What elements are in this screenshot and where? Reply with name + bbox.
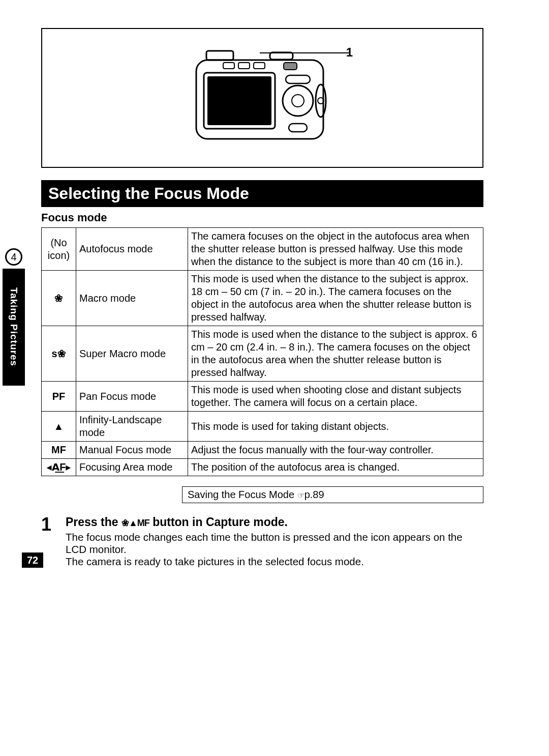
table-row: (No icon)Autofocus modeThe camera focuse… — [42, 228, 483, 271]
focus-mode-icon: ❀ — [42, 271, 76, 326]
focus-mode-table: (No icon)Autofocus modeThe camera focuse… — [41, 227, 483, 476]
focus-mode-desc: This mode is used when shooting close an… — [188, 382, 483, 412]
focus-mode-icon: ▲ — [42, 412, 76, 442]
focus-mode-name: Pan Focus mode — [76, 382, 188, 412]
reference-page: p.89 — [304, 489, 324, 500]
table-row: ▲Infinity-Landscape modeThis mode is use… — [42, 412, 483, 442]
step-title-post: button in Capture mode. — [149, 515, 288, 529]
svg-rect-4 — [238, 63, 250, 69]
focus-mode-icon: MF — [42, 442, 76, 459]
table-row: ◂A͟F▸Focusing Area modeThe position of t… — [42, 459, 483, 476]
svg-rect-11 — [289, 124, 307, 132]
svg-point-9 — [292, 95, 304, 107]
focus-mode-icon: ◂A͟F▸ — [42, 459, 76, 476]
table-row: s❀Super Macro modeThis mode is used when… — [42, 326, 483, 382]
focus-mode-name: Manual Focus mode — [76, 442, 188, 459]
page-number: 72 — [22, 553, 43, 568]
step-title: Press the ❀▲MF button in Capture mode. — [66, 515, 483, 529]
focus-mode-desc: This mode is used when the distance to t… — [188, 326, 483, 382]
svg-rect-14 — [284, 63, 297, 70]
table-row: ❀Macro modeThis mode is used when the di… — [42, 271, 483, 326]
focus-mode-desc: This mode is used for taking distant obj… — [188, 412, 483, 442]
svg-rect-10 — [286, 75, 310, 83]
reference-text: Saving the Focus Mode — [188, 489, 297, 500]
step-body: Press the ❀▲MF button in Capture mode. T… — [66, 515, 483, 568]
svg-rect-6 — [206, 51, 233, 60]
diagram-callout-1: 1 — [346, 45, 353, 60]
focus-mode-desc: Adjust the focus manually with the four-… — [188, 442, 483, 459]
chapter-label: Taking Pictures — [8, 287, 19, 366]
focus-mode-name: Autofocus mode — [76, 228, 188, 271]
focus-mode-desc: The position of the autofocus area is ch… — [188, 459, 483, 476]
focus-mode-desc: This mode is used when the distance to t… — [188, 271, 483, 326]
focus-mode-desc: The camera focuses on the object in the … — [188, 228, 483, 271]
focus-mode-icon: s❀ — [42, 326, 76, 382]
focus-mode-name: Super Macro mode — [76, 326, 188, 382]
reference-hand-icon: ☞ — [297, 491, 304, 500]
table-row: MFManual Focus modeAdjust the focus manu… — [42, 442, 483, 459]
focus-mode-name: Focusing Area mode — [76, 459, 188, 476]
focus-mode-name: Macro mode — [76, 271, 188, 326]
step-1: 1 Press the ❀▲MF button in Capture mode.… — [41, 515, 483, 568]
focus-mode-icon: (No icon) — [42, 228, 76, 271]
section-title: Selecting the Focus Mode — [41, 180, 483, 207]
section-subtitle: Focus mode — [41, 211, 511, 224]
chapter-number: 4 — [5, 248, 22, 266]
focus-button-icon: ❀▲MF — [121, 518, 149, 528]
svg-point-8 — [283, 85, 313, 116]
svg-rect-5 — [254, 63, 265, 69]
chapter-tab: 4 Taking Pictures — [0, 248, 27, 386]
reference-box: Saving the Focus Mode ☞p.89 — [182, 486, 483, 503]
step-text-2: The camera is ready to take pictures in … — [66, 556, 483, 568]
table-row: PFPan Focus modeThis mode is used when s… — [42, 382, 483, 412]
step-number: 1 — [41, 515, 66, 568]
step-title-pre: Press the — [66, 515, 121, 529]
svg-rect-2 — [207, 76, 271, 125]
camera-diagram-box: 1 — [41, 28, 483, 168]
focus-mode-name: Infinity-Landscape mode — [76, 412, 188, 442]
step-text-1: The focus mode changes each time the but… — [66, 531, 483, 556]
chapter-label-bg: Taking Pictures — [3, 269, 25, 386]
focus-mode-icon: PF — [42, 382, 76, 412]
leader-line — [260, 52, 349, 53]
svg-rect-3 — [223, 63, 234, 69]
camera-illustration — [191, 47, 333, 149]
